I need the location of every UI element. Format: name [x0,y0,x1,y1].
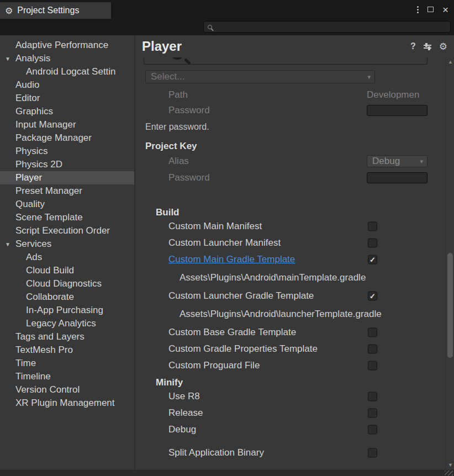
custom-main-gradle-template-checkbox[interactable]: ✓ [368,255,377,265]
maximize-icon[interactable] [427,7,434,12]
setting-row-use-r8: Use R8 [135,388,445,405]
sidebar-item-audio[interactable]: Audio [0,78,134,92]
sidebar-item-quality[interactable]: Quality [0,198,134,211]
sidebar-item-label: Quality [15,199,45,210]
sidebar-item-physics-2d[interactable]: Physics 2D [0,158,134,171]
build-rows: Custom Main ManifestCustom Launcher Mani… [135,218,445,374]
sidebar-item-preset-manager[interactable]: Preset Manager [0,184,134,198]
search-icon [208,25,212,29]
sidebar-item-label: Adaptive Performance [15,40,108,51]
search-input[interactable] [203,21,451,33]
sidebar-item-analysis[interactable]: ▼Analysis [0,52,134,65]
sidebar-item-label: Cloud Build [26,265,74,276]
setting-row-debug: Debug [135,421,445,438]
sidebar-item-android-logcat-settin[interactable]: Android Logcat Settin [0,65,134,78]
custom-main-manifest-checkbox[interactable] [368,222,377,231]
sidebar-item-label: Legacy Analytics [26,318,96,329]
sidebar-item-xr-plugin-management[interactable]: XR Plugin Management [0,396,134,410]
sidebar-item-physics[interactable]: Physics [0,145,134,158]
foldout-arrow-icon[interactable]: ▼ [5,241,10,247]
foldout-arrow-icon[interactable]: ▼ [5,56,10,62]
setting-label-custom-launcher-gradle-template: Custom Launcher Gradle Template [168,290,314,302]
sidebar-item-label: Cloud Diagnostics [26,278,102,289]
chevron-down-icon: ▾ [420,158,423,165]
sidebar-item-scene-template[interactable]: Scene Template [0,211,134,224]
settings-sidebar: Adaptive Performance▼AnalysisAndroid Log… [0,35,135,476]
setting-row-split-application-binary: Split Application Binary [135,445,445,461]
sidebar-item-player[interactable]: Player [0,171,134,184]
alias-value: Debug [372,156,400,167]
minify-rows: Use R8ReleaseDebug [135,388,445,438]
sidebar-item-legacy-analytics[interactable]: Legacy Analytics [0,317,134,330]
presets-icon[interactable] [424,43,431,50]
scroll-up-icon[interactable]: ▲ [448,59,453,65]
project-settings-window: ⚙ Project Settings × Adaptive Performanc… [0,0,454,476]
window-title: Project Settings [17,6,79,15]
sidebar-item-editor[interactable]: Editor [0,92,134,105]
sidebar-item-label: Ads [26,252,42,263]
window-controls: × [417,0,448,19]
sidebar-item-services[interactable]: ▼Services [0,237,134,251]
keystore-password-field[interactable] [367,105,427,116]
sidebar-item-label: Package Manager [15,133,92,144]
sidebar-item-graphics[interactable]: Graphics [0,105,134,118]
split-application-binary-checkbox[interactable] [368,448,377,458]
use-r8-checkbox[interactable] [368,392,377,401]
sidebar-item-script-execution-order[interactable]: Script Execution Order [0,224,134,237]
window-tab-project-settings[interactable]: ⚙ Project Settings [0,2,111,19]
sidebar-item-label: Graphics [15,106,53,117]
custom-launcher-manifest-checkbox[interactable] [368,239,377,248]
gear-icon[interactable]: ⚙ [439,41,447,52]
vertical-scrollbar[interactable]: ▲ ▼ [445,57,454,469]
help-icon[interactable]: ? [410,41,416,51]
sidebar-item-package-manager[interactable]: Package Manager [0,131,134,145]
build-header: Build [135,207,445,218]
sidebar-item-ads[interactable]: Ads [0,251,134,264]
release-checkbox[interactable] [368,409,377,418]
close-icon[interactable]: × [442,4,448,15]
sidebar-item-cloud-build[interactable]: Cloud Build [0,264,134,277]
custom-base-gradle-template-checkbox[interactable] [368,328,377,337]
setting-row-custom-launcher-manifest: Custom Launcher Manifest [135,235,445,251]
keystore-password-label: Password [168,105,210,116]
scroll-down-icon[interactable]: ▼ [448,462,453,468]
setting-row-custom-base-gradle-template: Custom Base Gradle Template [135,324,445,341]
sidebar-item-label: Android Logcat Settin [26,66,116,77]
sidebar-item-adaptive-performance[interactable]: Adaptive Performance [0,39,134,52]
minify-header: Minify [135,377,445,388]
sidebar-item-collaborate[interactable]: Collaborate [0,290,134,304]
custom-launcher-gradle-template-checkbox[interactable]: ✓ [368,292,377,301]
keystore-partial-field [144,57,427,65]
debug-checkbox[interactable] [368,425,377,435]
keystore-select-dropdown[interactable]: Select... ▾ [145,70,375,83]
kebab-menu-icon[interactable] [417,9,419,10]
setting-label-custom-main-manifest: Custom Main Manifest [168,221,262,232]
setting-link-custom-main-gradle-template[interactable]: Custom Main Gradle Template [168,254,295,265]
sidebar-item-version-control[interactable]: Version Control [0,383,134,396]
custom-proguard-file-checkbox[interactable] [368,361,377,371]
window-bottom-edge [0,470,454,476]
sidebar-item-in-app-purchasing[interactable]: In-App Purchasing [0,304,134,317]
sidebar-item-textmesh-pro[interactable]: TextMesh Pro [0,343,134,357]
setting-label-custom-base-gradle-template: Custom Base Gradle Template [168,327,296,338]
sidebar-item-label: XR Plugin Management [15,398,115,409]
key-password-field[interactable] [367,172,427,183]
sidebar-item-timeline[interactable]: Timeline [0,370,134,383]
sidebar-item-time[interactable]: Time [0,357,134,370]
setting-row-custom-launcher-gradle-template: Custom Launcher Gradle Template✓ [135,288,445,304]
custom-gradle-properties-template-checkbox[interactable] [368,345,377,354]
sidebar-item-tags-and-layers[interactable]: Tags and Layers [0,330,134,343]
setting-label-custom-gradle-properties-template: Custom Gradle Properties Template [168,343,318,355]
setting-row-release: Release [135,405,445,421]
gear-icon: ⚙ [5,6,13,16]
alias-dropdown[interactable]: Debug ▾ [367,155,427,167]
setting-label-custom-launcher-manifest: Custom Launcher Manifest [168,237,281,248]
sidebar-item-label: Physics [15,146,48,157]
main-area: Adaptive Performance▼AnalysisAndroid Log… [0,35,454,476]
resize-gripper[interactable] [445,470,453,475]
sidebar-item-cloud-diagnostics[interactable]: Cloud Diagnostics [0,277,134,290]
scrollbar-thumb[interactable] [447,253,453,358]
sidebar-item-label: Services [15,239,51,250]
sidebar-item-input-manager[interactable]: Input Manager [0,118,134,131]
setting-label-release: Release [168,408,203,419]
